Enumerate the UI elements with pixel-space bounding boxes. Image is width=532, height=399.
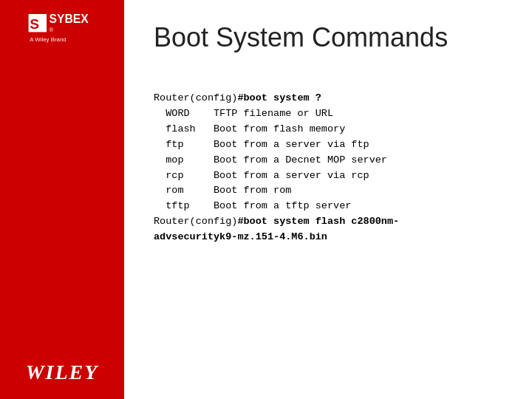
svg-text:®: ® [50,27,54,33]
wiley-logo: WILEY [26,361,99,384]
svg-text:A Wiley Brand: A Wiley Brand [30,36,66,43]
logo-area: S SYBEX ® A Wiley Brand [21,9,103,44]
svg-text:SYBEX: SYBEX [50,13,89,25]
svg-text:S: S [30,16,39,32]
page-title: Boot System Commands [154,22,502,53]
sybex-logo-icon: S SYBEX ® A Wiley Brand [21,9,103,44]
code-line-1: Router(config)#boot system ? WORD TFTP f… [154,92,399,242]
sidebar: S SYBEX ® A Wiley Brand WILEY [0,0,124,399]
main-content: Boot System Commands Router(config)#boot… [124,0,532,399]
code-block: Router(config)#boot system ? WORD TFTP f… [154,75,502,261]
